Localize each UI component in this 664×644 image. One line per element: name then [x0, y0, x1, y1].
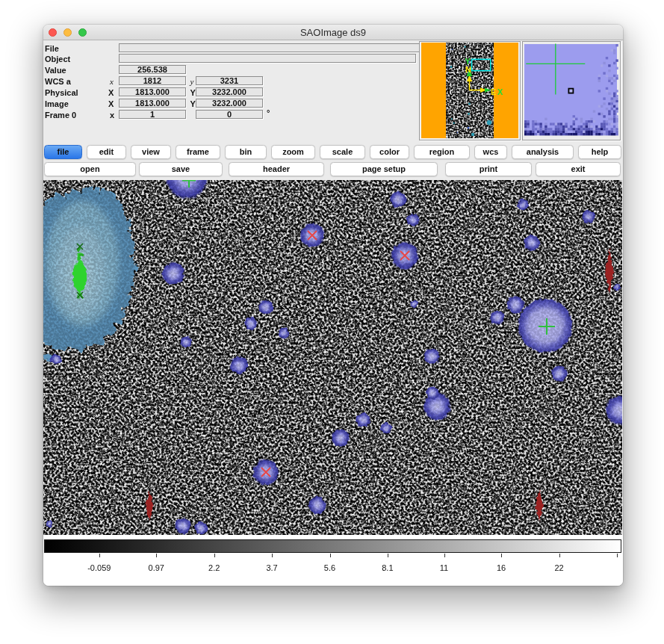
svg-text:E: E	[491, 87, 496, 96]
svg-text:X: X	[497, 87, 503, 96]
svg-text:N: N	[465, 65, 471, 74]
